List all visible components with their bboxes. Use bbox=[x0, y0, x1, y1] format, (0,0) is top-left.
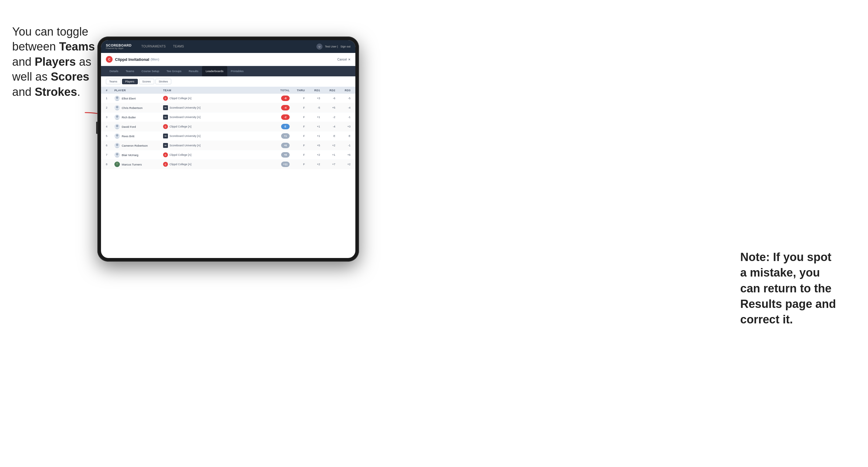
right-annotation: Note: If you spot a mistake, you can ret… bbox=[740, 249, 850, 328]
player-avatar bbox=[114, 152, 120, 158]
score-badge: -8 bbox=[281, 96, 290, 101]
cell-rd3: -5 bbox=[335, 97, 350, 100]
svg-point-7 bbox=[116, 125, 118, 127]
subtab-teams[interactable]: Teams bbox=[106, 79, 121, 84]
cell-player: Marcus Turners bbox=[114, 161, 163, 167]
score-badge: +11 bbox=[281, 161, 290, 167]
team-logo-scoreboard: SU bbox=[163, 115, 168, 120]
col-rd1: RD1 bbox=[305, 89, 320, 92]
cell-team: C Clippd College [A] bbox=[163, 162, 268, 167]
cell-team: SU Scoreboard University [A] bbox=[163, 133, 268, 138]
svg-point-4 bbox=[115, 109, 119, 111]
team-name: Scoreboard University [A] bbox=[169, 106, 200, 109]
cell-player: Blair McHarg bbox=[114, 152, 163, 158]
cell-player: Rich Butler bbox=[114, 115, 163, 120]
nav-tournaments[interactable]: TOURNAMENTS bbox=[137, 40, 169, 53]
tab-teams[interactable]: Teams bbox=[122, 66, 138, 76]
svg-point-1 bbox=[116, 96, 118, 99]
cell-team: C Clippd College [A] bbox=[163, 96, 268, 101]
table-row: 4 David Ford C Clippd College [A] E F +1… bbox=[101, 122, 355, 131]
cell-rd2: +2 bbox=[320, 144, 335, 147]
tab-details[interactable]: Details bbox=[106, 66, 122, 76]
annotation-bold-scores: Scores bbox=[51, 70, 89, 83]
team-name: Clippd College [A] bbox=[169, 125, 191, 128]
svg-point-8 bbox=[115, 128, 119, 129]
cell-num: 4 bbox=[106, 125, 114, 128]
cell-total: +11 bbox=[268, 161, 290, 167]
col-player: PLAYER bbox=[114, 89, 163, 92]
header-signout[interactable]: Sign out bbox=[340, 45, 350, 48]
team-name: Clippd College [A] bbox=[169, 163, 191, 166]
cell-rd1: +5 bbox=[305, 144, 320, 147]
svg-point-13 bbox=[116, 153, 118, 155]
player-name: Rees Britt bbox=[122, 134, 134, 138]
cell-rd3: +2 bbox=[335, 163, 350, 166]
cancel-button[interactable]: Cancel ✕ bbox=[337, 58, 350, 61]
col-rd2: RD2 bbox=[320, 89, 335, 92]
tab-results[interactable]: Results bbox=[185, 66, 202, 76]
table-row: 6 Cameron Robertson SU Scoreboard Univer… bbox=[101, 141, 355, 150]
cell-num: 8 bbox=[106, 163, 114, 166]
table-row: 1 Elliot Ebert C Clippd College [A] -8 F… bbox=[101, 94, 355, 103]
tab-leaderboards[interactable]: Leaderboards bbox=[202, 66, 227, 76]
team-logo-scoreboard: SU bbox=[163, 133, 168, 138]
table-row: 2 Chris Robertson SU Scoreboard Universi… bbox=[101, 103, 355, 113]
table-header-row: # PLAYER TEAM TOTAL THRU RD1 RD2 RD3 bbox=[101, 87, 355, 94]
cell-num: 5 bbox=[106, 134, 114, 137]
team-logo-scoreboard: SU bbox=[163, 105, 168, 110]
svg-point-3 bbox=[116, 106, 118, 108]
team-logo-clippd: C bbox=[163, 124, 168, 129]
score-badge: +8 bbox=[281, 152, 290, 158]
cell-thru: F bbox=[290, 134, 305, 137]
nav-teams[interactable]: TEAMS bbox=[169, 40, 188, 53]
annotation-text-1: You can toggle bbox=[12, 25, 88, 38]
cell-thru: F bbox=[290, 163, 305, 166]
cell-thru: F bbox=[290, 153, 305, 156]
cell-rd2: +7 bbox=[320, 163, 335, 166]
player-name: Blair McHarg bbox=[122, 153, 138, 157]
cell-player: David Ford bbox=[114, 124, 163, 129]
player-name: Marcus Turners bbox=[122, 163, 142, 166]
score-badge: -4 bbox=[281, 105, 290, 111]
cell-rd2: -4 bbox=[320, 125, 335, 128]
col-total: TOTAL bbox=[268, 89, 290, 92]
cell-rd3: E bbox=[335, 134, 350, 137]
cell-rd2: E bbox=[320, 134, 335, 137]
table-row: 7 Blair McHarg C Clippd College [A] +8 F… bbox=[101, 150, 355, 160]
svg-point-12 bbox=[115, 147, 119, 148]
svg-point-5 bbox=[116, 115, 118, 118]
cell-rd2: -2 bbox=[320, 116, 335, 119]
cell-rd3: +3 bbox=[335, 125, 350, 128]
cell-num: 7 bbox=[106, 153, 114, 156]
subtab-strokes[interactable]: Strokes bbox=[155, 79, 172, 84]
cell-num: 2 bbox=[106, 106, 114, 109]
header-username: Test User | bbox=[325, 45, 338, 48]
table-row: 3 Rich Butler SU Scoreboard University [… bbox=[101, 113, 355, 122]
tab-navigation: Details Teams Course Setup Tee Groups Re… bbox=[101, 66, 355, 76]
cell-team: C Clippd College [A] bbox=[163, 152, 268, 157]
cell-thru: F bbox=[290, 116, 305, 119]
tournament-subtitle: (Men) bbox=[151, 58, 159, 61]
tab-printables[interactable]: Printables bbox=[227, 66, 247, 76]
svg-point-10 bbox=[115, 137, 119, 139]
cell-rd1: -5 bbox=[305, 106, 320, 109]
subtab-players[interactable]: Players bbox=[122, 79, 138, 84]
col-team: TEAM bbox=[163, 89, 268, 92]
cell-num: 3 bbox=[106, 116, 114, 119]
cell-rd1: +1 bbox=[305, 134, 320, 137]
cell-team: SU Scoreboard University [A] bbox=[163, 143, 268, 148]
cell-total: -8 bbox=[268, 96, 290, 101]
score-badge: E bbox=[281, 124, 290, 129]
team-name: Scoreboard University [A] bbox=[169, 134, 200, 137]
tab-tee-groups[interactable]: Tee Groups bbox=[163, 66, 185, 76]
player-avatar bbox=[114, 143, 120, 148]
tab-course-setup[interactable]: Course Setup bbox=[138, 66, 163, 76]
svg-point-11 bbox=[116, 144, 118, 146]
col-rd3: RD3 bbox=[335, 89, 350, 92]
annotation-bold-players: Players bbox=[35, 55, 76, 68]
cell-rd1: +1 bbox=[305, 116, 320, 119]
leaderboard-table: # PLAYER TEAM TOTAL THRU RD1 RD2 RD3 1 E… bbox=[101, 87, 355, 258]
cell-num: 6 bbox=[106, 144, 114, 147]
right-text-4: Results page and bbox=[740, 298, 836, 310]
subtab-scores[interactable]: Scores bbox=[139, 79, 154, 84]
